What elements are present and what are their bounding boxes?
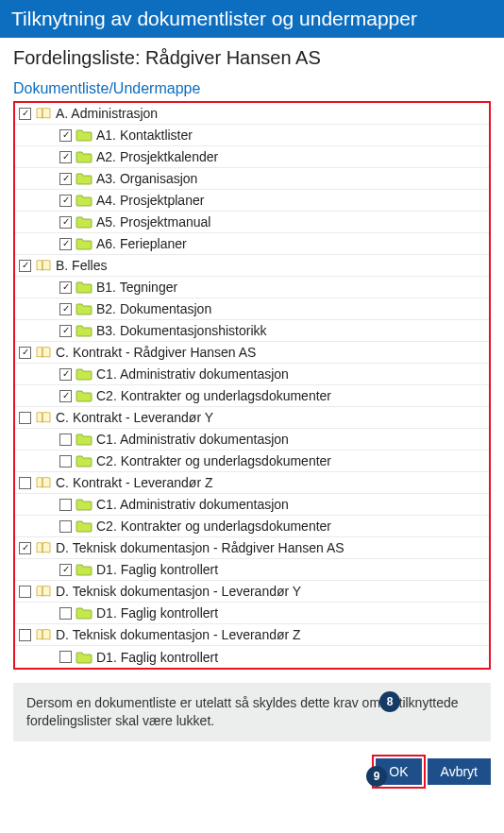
tree-row[interactable]: B2. Dokumentasjon [15, 298, 489, 320]
tree-item-label: D1. Faglig kontrollert [96, 562, 218, 577]
checkbox[interactable] [59, 216, 72, 229]
checkbox[interactable] [59, 195, 72, 207]
tree-row[interactable]: C2. Kontrakter og underlagsdokumenter [15, 516, 489, 537]
tree-row[interactable]: A4. Prosjektplaner [15, 190, 489, 212]
folder-icon [76, 519, 92, 533]
checkbox[interactable] [59, 520, 72, 533]
folder-icon [76, 172, 92, 185]
tree-row[interactable]: A3. Organisasjon [15, 168, 489, 190]
tree-item-label: C1. Administrativ dokumentasjon [96, 497, 289, 512]
tree-row[interactable]: C. Kontrakt - Leverandør Y [15, 407, 489, 429]
folder-icon [76, 563, 92, 576]
folder-icon [76, 389, 92, 402]
checkbox[interactable] [19, 412, 31, 424]
folder-icon [76, 150, 92, 163]
tree-item-label: C2. Kontrakter og underlagsdokumenter [96, 518, 331, 534]
checkbox[interactable] [59, 434, 72, 446]
checkbox[interactable] [19, 347, 31, 359]
checkbox[interactable] [59, 151, 72, 163]
tree-row[interactable]: D1. Faglig kontrollert [15, 646, 489, 668]
tree-item-label: C. Kontrakt - Leverandør Y [56, 410, 213, 425]
tree-item-label: D1. Faglig kontrollert [96, 605, 218, 620]
folder-icon [76, 367, 92, 381]
checkbox[interactable] [59, 303, 72, 315]
checkbox[interactable] [19, 629, 31, 641]
annotation-badge-9: 9 [366, 766, 387, 787]
tree-row[interactable]: C2. Kontrakter og underlagsdokumenter [15, 450, 489, 472]
checkbox[interactable] [19, 260, 31, 272]
tree-item-label: C. Kontrakt - Leverandør Z [56, 475, 213, 490]
tree-row[interactable]: B. Felles [15, 255, 489, 277]
info-text: Dersom en dokumentliste er utelatt så sk… [13, 683, 491, 741]
folder-icon [76, 194, 92, 207]
tree-item-label: D. Teknisk dokumentasjon - Leverandør Y [56, 584, 301, 599]
folder-icon [76, 433, 92, 446]
checkbox[interactable] [59, 173, 72, 185]
tree-row[interactable]: D. Teknisk dokumentasjon - Leverandør Z [15, 624, 489, 646]
tree-item-label: A4. Prosjektplaner [96, 193, 204, 208]
tree-row[interactable]: C2. Kontrakter og underlagsdokumenter [15, 385, 489, 407]
checkbox[interactable] [59, 368, 72, 381]
checkbox[interactable] [59, 238, 72, 250]
book-icon [35, 628, 52, 641]
button-row: OK Avbryt [0, 741, 504, 785]
tree-row[interactable]: A. Administrasjon [15, 103, 489, 125]
checkbox[interactable] [59, 607, 72, 620]
tree-row[interactable]: C1. Administrativ dokumentasjon [15, 494, 489, 516]
checkbox[interactable] [19, 586, 31, 598]
tree-item-label: C1. Administrativ dokumentasjon [96, 432, 289, 447]
tree-row[interactable]: D. Teknisk dokumentasjon - Leverandør Y [15, 581, 489, 603]
folder-icon [76, 302, 92, 315]
tree-item-label: C1. Administrativ dokumentasjon [96, 366, 289, 382]
tree-row[interactable]: A2. Prosjektkalender [15, 146, 489, 168]
tree-item-label: B. Felles [56, 258, 107, 273]
tree-row[interactable]: D. Teknisk dokumentasjon - Rådgiver Hans… [15, 537, 489, 559]
cancel-button[interactable]: Avbryt [428, 758, 491, 785]
tree-item-label: A1. Kontaktlister [96, 128, 193, 143]
folder-icon [76, 215, 92, 229]
tree-item-label: D. Teknisk dokumentasjon - Leverandør Z [56, 627, 301, 642]
tree-row[interactable]: C1. Administrativ dokumentasjon [15, 429, 489, 450]
tree-item-label: C. Kontrakt - Rådgiver Hansen AS [56, 345, 256, 360]
book-icon [35, 411, 52, 424]
checkbox[interactable] [59, 455, 72, 468]
tree-item-label: D1. Faglig kontrollert [96, 650, 218, 665]
folder-icon [76, 498, 92, 511]
folder-icon [76, 606, 92, 620]
tree-item-label: A5. Prosjektmanual [96, 214, 210, 230]
checkbox[interactable] [59, 564, 72, 576]
tree-row[interactable]: C. Kontrakt - Leverandør Z [15, 472, 489, 494]
book-icon [35, 259, 52, 272]
tree-item-label: C2. Kontrakter og underlagsdokumenter [96, 388, 331, 403]
tree-row[interactable]: D1. Faglig kontrollert [15, 559, 489, 581]
book-icon [35, 585, 52, 598]
checkbox[interactable] [19, 108, 31, 120]
tree-row[interactable]: A1. Kontaktlister [15, 125, 489, 146]
sub-title: Fordelingsliste: Rådgiver Hansen AS [0, 38, 504, 80]
tree-item-label: C2. Kontrakter og underlagsdokumenter [96, 453, 331, 468]
tree-row[interactable]: A6. Ferieplaner [15, 233, 489, 255]
tree-row[interactable]: A5. Prosjektmanual [15, 212, 489, 233]
checkbox[interactable] [19, 542, 31, 554]
tree-row[interactable]: C1. Administrativ dokumentasjon [15, 364, 489, 385]
tree-item-label: D. Teknisk dokumentasjon - Rådgiver Hans… [56, 540, 344, 555]
folder-icon [76, 454, 92, 468]
book-icon [35, 107, 52, 120]
tree-row[interactable]: B1. Tegninger [15, 277, 489, 298]
checkbox[interactable] [59, 499, 72, 511]
tree-item-label: A3. Organisasjon [96, 171, 197, 186]
tree-row[interactable]: B3. Dokumentasjonshistorikk [15, 320, 489, 342]
checkbox[interactable] [19, 477, 31, 489]
checkbox[interactable] [59, 651, 72, 663]
section-title: Dokumentliste/Undermappe [0, 80, 504, 101]
annotation-badge-8: 8 [379, 691, 400, 712]
tree-panel: A. AdministrasjonA1. KontaktlisterA2. Pr… [13, 101, 491, 670]
checkbox[interactable] [59, 390, 72, 402]
book-icon [35, 476, 52, 489]
tree-row[interactable]: C. Kontrakt - Rådgiver Hansen AS [15, 342, 489, 364]
checkbox[interactable] [59, 281, 72, 294]
checkbox[interactable] [59, 129, 72, 142]
tree-row[interactable]: D1. Faglig kontrollert [15, 603, 489, 624]
checkbox[interactable] [59, 325, 72, 337]
tree-item-label: A6. Ferieplaner [96, 236, 187, 251]
